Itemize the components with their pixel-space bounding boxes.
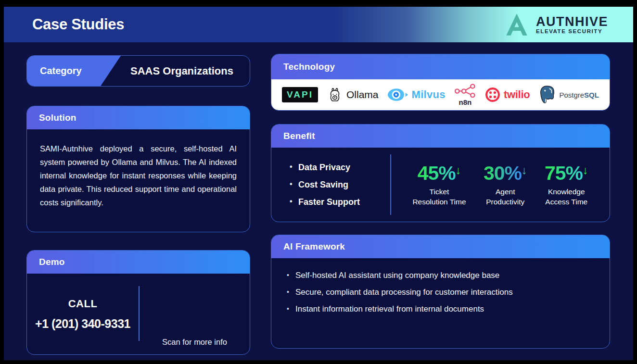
- slide: Case Studies AUTNHIVE ELEVATE SECURITY C…: [0, 0, 637, 364]
- solution-card: Solution SAMI-Autnhive deployed a secure…: [26, 106, 250, 232]
- stat-ticket-resolution: 45% ↓ Ticket Resolution Time: [412, 162, 466, 207]
- demo-body: CALL +1 (201) 340-9331 Scan for more inf…: [27, 274, 250, 354]
- scan-note: Scan for more info: [162, 338, 227, 347]
- stat-label: Knowledge Access Time: [545, 187, 587, 207]
- benefit-bullet: Faster Support: [290, 197, 390, 207]
- brand-text: AUTNHIVE ELEVATE SECURITY: [536, 15, 608, 34]
- demo-scan-area: Scan for more info: [140, 274, 250, 354]
- benefit-bullet: Cost Saving: [290, 180, 390, 190]
- ai-framework-card: AI Framework Self-hosted AI assistant us…: [271, 235, 610, 349]
- twilio-wordmark: twilio: [504, 88, 530, 101]
- solution-text: SAMI-Autnhive deployed a secure, self-ho…: [27, 129, 250, 222]
- postgresql-elephant-icon: [538, 86, 556, 104]
- stat-value: 75%: [545, 162, 583, 185]
- benefit-card-title: Benefit: [271, 125, 610, 148]
- technology-card-title: Technology: [271, 54, 610, 79]
- demo-card: Demo CALL +1 (201) 340-9331 Scan for mor…: [26, 250, 250, 355]
- arrow-down-icon: ↓: [522, 164, 527, 177]
- benefit-body: Data Privacy Cost Saving Faster Support …: [271, 148, 610, 222]
- milvus-eye-icon: [387, 88, 408, 102]
- vapi-logo: VAPI: [282, 87, 318, 102]
- stat-label: Agent Productivity: [486, 187, 524, 207]
- arrow-down-icon: ↓: [583, 164, 588, 177]
- page-title: Case Studies: [32, 16, 124, 33]
- header-bar: Case Studies AUTNHIVE ELEVATE SECURITY: [4, 7, 633, 42]
- ai-framework-bullet: Self-hosted AI assistant using company k…: [286, 271, 595, 280]
- stat-knowledge-access: 75% ↓ Knowledge Access Time: [545, 162, 588, 207]
- category-value: SAAS Organizations: [121, 56, 250, 86]
- category-card: Category SAAS Organizations: [26, 55, 250, 87]
- twilio-logo: twilio: [485, 87, 530, 102]
- ollama-llama-icon: [327, 86, 343, 104]
- benefit-bullet-list: Data Privacy Cost Saving Faster Support: [271, 148, 390, 222]
- demo-call-block: CALL +1 (201) 340-9331: [27, 274, 139, 354]
- ollama-logo: Ollama: [327, 86, 379, 104]
- n8n-logo: n8n: [454, 84, 476, 106]
- postgresql-logo: PostgreSQL: [538, 86, 599, 104]
- category-chip: Category: [27, 56, 121, 86]
- page-background: Case Studies AUTNHIVE ELEVATE SECURITY C…: [4, 7, 633, 360]
- ollama-wordmark: Ollama: [346, 89, 379, 100]
- brand-name: AUTNHIVE: [536, 15, 608, 28]
- technology-card: Technology VAPI: [271, 54, 610, 111]
- stat-value-row: 45% ↓: [418, 162, 461, 185]
- milvus-logo: Milvus: [387, 88, 446, 102]
- autnhive-a-icon: [504, 13, 529, 37]
- arrow-down-icon: ↓: [456, 164, 461, 177]
- ai-framework-bullet: Secure, compliant data processing for cu…: [286, 288, 595, 297]
- twilio-circle-icon: [485, 87, 500, 102]
- n8n-wordmark: n8n: [459, 98, 472, 106]
- ai-framework-bullet: Instant information retrieval from inter…: [286, 304, 595, 314]
- call-label: CALL: [68, 298, 98, 310]
- demo-card-title: Demo: [27, 251, 250, 274]
- stat-value: 45%: [418, 162, 456, 185]
- benefit-card: Benefit Data Privacy Cost Saving Faster …: [271, 124, 610, 222]
- solution-card-title: Solution: [27, 106, 250, 129]
- brand-tagline: ELEVATE SECURITY: [536, 28, 608, 34]
- stat-agent-productivity: 30% ↓ Agent Productivity: [484, 162, 527, 207]
- postgresql-wordmark: PostgreSQL: [559, 91, 599, 99]
- vapi-wordmark: VAPI: [282, 87, 318, 102]
- milvus-wordmark: Milvus: [412, 88, 446, 101]
- brand-logo: AUTNHIVE ELEVATE SECURITY: [504, 13, 608, 37]
- phone-number: +1 (201) 340-9331: [35, 317, 130, 331]
- stat-value: 30%: [484, 162, 522, 185]
- n8n-nodes-icon: [454, 84, 476, 98]
- stat-value-row: 30% ↓: [484, 162, 527, 185]
- benefit-bullet: Data Privacy: [290, 163, 390, 173]
- stat-label: Ticket Resolution Time: [412, 187, 466, 207]
- benefit-stats: 45% ↓ Ticket Resolution Time 30% ↓: [391, 148, 610, 222]
- technology-logo-row: VAPI Ollama: [271, 79, 610, 110]
- ai-framework-card-title: AI Framework: [271, 235, 610, 258]
- ai-framework-bullet-list: Self-hosted AI assistant using company k…: [271, 258, 610, 326]
- stat-value-row: 75% ↓: [545, 162, 588, 185]
